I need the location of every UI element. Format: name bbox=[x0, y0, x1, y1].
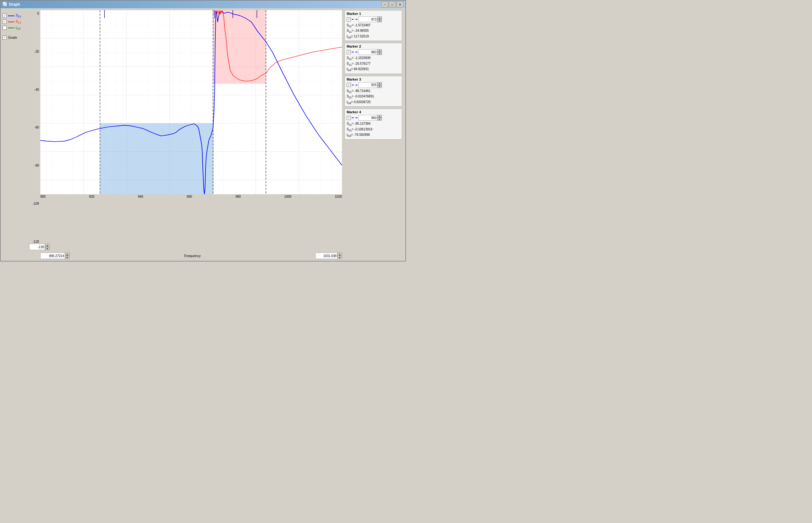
marker-4-checkbox[interactable]: ✓ bbox=[347, 116, 351, 120]
x-axis-label: Frequency bbox=[184, 254, 201, 258]
marker-2-s11: S11= -25.578177 bbox=[347, 61, 400, 67]
end-freq-input[interactable]: 1031.038 bbox=[315, 253, 338, 259]
marker-3-row: ✓ ▲ ▼ bbox=[347, 82, 400, 88]
marker-2-up[interactable]: ▲ bbox=[377, 49, 382, 52]
marker-4-down[interactable]: ▼ bbox=[377, 118, 382, 121]
marker-3-box: Marker 3 ✓ ▲ ▼ S21= -88.716461 S21= -0.0… bbox=[344, 76, 402, 107]
marker-2-title: Marker 2 bbox=[347, 44, 400, 48]
y-tick-80: -80 bbox=[29, 164, 40, 167]
marker-4-input[interactable] bbox=[358, 115, 377, 121]
marker-4-line bbox=[352, 118, 357, 118]
s11-label: S11 bbox=[16, 19, 21, 24]
marker-2-tgd: tGd= 84.823931 bbox=[347, 67, 400, 72]
marker-2-checkbox[interactable]: ✓ bbox=[347, 50, 351, 54]
y-min-input-group: -130 ▲ ▼ bbox=[29, 244, 50, 250]
y-min-control: -130 ▲ ▼ bbox=[29, 244, 50, 250]
marker-2-row: ✓ ▲ ▼ bbox=[347, 49, 400, 55]
marker-4-spinner: ▲ ▼ bbox=[377, 115, 382, 121]
marker-3-line bbox=[352, 85, 357, 85]
marker-1-box: Marker 1 ✓ ▲ ▼ S21= -1.5733487 S11= -24.… bbox=[344, 10, 402, 41]
marker-1-row: ✓ ▲ ▼ bbox=[347, 17, 400, 22]
legend-s21: ✓ S21 bbox=[2, 13, 28, 18]
marker-3-up[interactable]: ▲ bbox=[377, 82, 382, 85]
marker-1-down[interactable]: ▼ bbox=[377, 19, 382, 22]
marker-4-s21: S21= -85.137384 bbox=[347, 121, 400, 127]
marker-3-s21: S21= -88.716461 bbox=[347, 89, 400, 94]
marker-1-input[interactable] bbox=[358, 17, 377, 22]
y-tick-120: -120 bbox=[29, 240, 40, 244]
marker-2-down[interactable]: ▼ bbox=[377, 52, 382, 55]
start-freq-spinner: ▲ ▼ bbox=[65, 253, 70, 259]
marker-4-up[interactable]: ▲ bbox=[377, 115, 382, 118]
tgd-checkbox[interactable] bbox=[2, 26, 7, 30]
y-min-down[interactable]: ▼ bbox=[45, 247, 50, 250]
legend-panel: ✓ S21 ✓ S11 tGd ✓ Goals bbox=[2, 10, 28, 259]
end-freq-spinner: ▲ ▼ bbox=[338, 253, 342, 259]
marker-4-row: ✓ ▲ ▼ bbox=[347, 115, 400, 121]
marker-4-s11: S21= -0.10613919 bbox=[347, 127, 400, 132]
marker-4-input-group: ▲ ▼ bbox=[358, 115, 382, 121]
markers-panel: Marker 1 ✓ ▲ ▼ S21= -1.5733487 S11= -24.… bbox=[343, 10, 403, 259]
chart-svg bbox=[40, 10, 342, 194]
marker-4-tgd: tGd= -76.582896 bbox=[347, 132, 400, 138]
marker-1-up[interactable]: ▲ bbox=[377, 17, 382, 19]
svg-rect-14 bbox=[100, 123, 213, 194]
marker-3-input[interactable] bbox=[358, 82, 377, 88]
chart-inner: 900 920 940 960 980 1000 1020 bbox=[40, 10, 342, 251]
y-tick-60: -60 bbox=[29, 126, 40, 129]
marker-3-input-group: ▲ ▼ bbox=[358, 82, 382, 88]
window-controls: ─ □ ✕ bbox=[381, 2, 403, 7]
x-tick-960: 960 bbox=[187, 195, 192, 198]
marker-3-checkbox[interactable]: ✓ bbox=[347, 83, 351, 87]
tgd-line bbox=[8, 28, 14, 28]
main-window: 📈 Graph ─ □ ✕ ✓ S21 ✓ S11 tGd bbox=[0, 0, 406, 262]
marker-3-down[interactable]: ▼ bbox=[377, 85, 382, 88]
chart-wrapper: 0 -20 -40 -60 -80 -100 -120 bbox=[29, 10, 342, 251]
marker-4-title: Marker 4 bbox=[347, 110, 400, 114]
minimize-button[interactable]: ─ bbox=[381, 2, 388, 7]
title-bar: 📈 Graph ─ □ ✕ bbox=[1, 1, 405, 8]
marker-1-checkbox[interactable]: ✓ bbox=[347, 17, 351, 22]
y-tick-40: -40 bbox=[29, 88, 40, 91]
marker-2-data: S21= -1.1520939 S11= -25.578177 tGd= 84.… bbox=[347, 56, 400, 72]
bottom-controls: -130 ▲ ▼ 896.27214 ▲ ▼ bbox=[29, 253, 342, 259]
goals-label: Goals bbox=[8, 36, 17, 39]
y-tick-0: 0 bbox=[29, 12, 40, 15]
s21-label: S21 bbox=[16, 13, 21, 18]
legend-tgd: tGd bbox=[2, 25, 28, 30]
main-content: ✓ S21 ✓ S11 tGd ✓ Goals bbox=[1, 8, 405, 261]
x-tick-920: 920 bbox=[89, 195, 95, 198]
x-axis-labels: 900 920 940 960 980 1000 1020 bbox=[40, 194, 342, 198]
end-freq-down[interactable]: ▼ bbox=[338, 256, 342, 259]
goals-checkbox[interactable]: ✓ bbox=[2, 36, 7, 40]
y-min-input[interactable]: -130 bbox=[29, 244, 45, 250]
marker-2-input-group: ▲ ▼ bbox=[358, 49, 382, 55]
x-tick-940: 940 bbox=[138, 195, 144, 198]
legend-s11: ✓ S11 bbox=[2, 19, 28, 24]
start-freq-up[interactable]: ▲ bbox=[65, 253, 70, 256]
start-freq-input[interactable]: 896.27214 bbox=[40, 253, 65, 259]
close-button[interactable]: ✕ bbox=[396, 2, 403, 7]
y-min-up[interactable]: ▲ bbox=[45, 244, 50, 247]
marker-4-data: S21= -85.137384 S21= -0.10613919 tGd= -7… bbox=[347, 121, 400, 138]
start-freq-down[interactable]: ▼ bbox=[65, 256, 70, 259]
end-freq-group: 1031.038 ▲ ▼ bbox=[315, 253, 342, 259]
frequency-label: Frequency bbox=[70, 254, 315, 258]
marker-2-input[interactable] bbox=[358, 49, 377, 55]
marker-1-line bbox=[352, 19, 357, 20]
s11-line bbox=[8, 22, 14, 22]
y-tick-20: -20 bbox=[29, 50, 40, 53]
marker-2-spinner: ▲ ▼ bbox=[377, 49, 382, 55]
s21-checkbox[interactable]: ✓ bbox=[2, 14, 7, 18]
marker-1-tgd: tGd= 117.02519 bbox=[347, 34, 400, 39]
maximize-button[interactable]: □ bbox=[389, 2, 396, 7]
s11-checkbox[interactable]: ✓ bbox=[2, 20, 7, 24]
chart-section: 0 -20 -40 -60 -80 -100 -120 bbox=[29, 10, 342, 259]
x-tick-1020: 1020 bbox=[335, 195, 342, 198]
marker-3-spinner: ▲ ▼ bbox=[377, 82, 382, 88]
marker-1-s21: S21= -1.5733487 bbox=[347, 23, 400, 28]
end-freq-up[interactable]: ▲ bbox=[338, 253, 342, 256]
start-freq-group: 896.27214 ▲ ▼ bbox=[40, 253, 70, 259]
marker-3-title: Marker 3 bbox=[347, 77, 400, 81]
marker-1-data: S21= -1.5733487 S11= -24.98555 tGd= 117.… bbox=[347, 23, 400, 39]
